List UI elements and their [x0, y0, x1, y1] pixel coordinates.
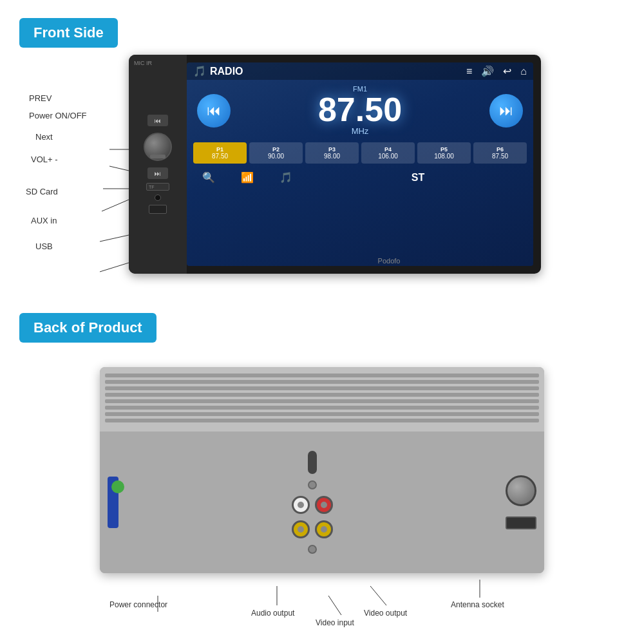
svg-line-1	[109, 166, 129, 171]
auxin-callout: AUX in	[31, 216, 57, 225]
prev-callout: PREV	[29, 93, 52, 103]
prev-button[interactable]: ⏮	[147, 115, 168, 126]
antenna-socket-callout: Antenna socket	[451, 600, 504, 609]
video-input-callout: Video input	[316, 618, 354, 627]
vents	[100, 367, 544, 431]
vent-3	[105, 386, 539, 390]
radio-icon: 🎵	[193, 65, 206, 77]
frequency-display: FM1 87.50 MHz	[241, 85, 479, 136]
bluetooth-icon[interactable]: 🎵	[279, 171, 292, 184]
video-output-callout: Video output	[364, 609, 407, 618]
audio-output-callout: Audio output	[251, 609, 294, 618]
rca-red-1	[315, 496, 333, 514]
screen-title: 🎵 RADIO	[193, 65, 243, 77]
rca-white-1	[292, 496, 310, 514]
next-track-button[interactable]: ⏭	[489, 94, 523, 128]
vent-8	[105, 419, 539, 422]
search-icon[interactable]: 🔍	[202, 171, 215, 184]
green-indicator	[111, 480, 124, 493]
screen-top-bar: 🎵 RADIO ≡ 🔊 ↩ ⌂	[187, 62, 533, 80]
equalizer-icon: ≡	[466, 66, 472, 77]
vent-1	[105, 374, 539, 377]
vent-6	[105, 406, 539, 410]
antenna-socket	[506, 475, 536, 506]
aux-jack[interactable]	[155, 194, 161, 201]
power-knob[interactable]	[144, 133, 172, 161]
power-connector-callout: Power connector	[109, 600, 167, 609]
vent-4	[105, 393, 539, 397]
preset-2[interactable]: P2 90.00	[249, 142, 303, 164]
wifi-icon[interactable]: 📶	[241, 171, 254, 184]
preset-3[interactable]: P3 98.00	[305, 142, 359, 164]
vent-2	[105, 380, 539, 384]
next-callout: Next	[35, 132, 53, 142]
middle-connectors	[129, 451, 495, 554]
screw-1	[308, 480, 317, 489]
vent-5	[105, 399, 539, 403]
vol-callout: VOL+ -	[31, 155, 58, 164]
back-bottom-panel	[100, 431, 544, 573]
left-control-panel: MIC IR ⏮ ⏭ TF	[129, 55, 187, 274]
svg-line-10	[370, 586, 386, 605]
mini-jack-connector	[308, 451, 317, 474]
st-label: ST	[318, 172, 518, 184]
next-button[interactable]: ⏭	[147, 167, 168, 179]
video-rca-row	[292, 520, 333, 538]
prev-track-button[interactable]: ⏮	[197, 94, 231, 128]
power-callout: Power ON/OFF	[29, 111, 87, 120]
back-icon: ↩	[503, 65, 511, 77]
rca-yellow-video-out	[315, 520, 333, 538]
usb-port[interactable]	[149, 205, 167, 214]
preset-5[interactable]: P5 108.00	[417, 142, 471, 164]
back-of-product-label: Back of Product	[19, 313, 156, 343]
preset-4[interactable]: P4 106.00	[361, 142, 415, 164]
vent-7	[105, 412, 539, 416]
callout-lines-front	[0, 52, 142, 283]
right-connectors	[506, 475, 536, 529]
presets-row: P1 87.50 P2 90.00 P3 98.00 P4 106.00 P5	[187, 142, 533, 164]
svg-line-5	[100, 263, 129, 272]
home-icon: ⌂	[520, 66, 527, 77]
svg-line-3	[102, 200, 129, 211]
brand-name: Podofo	[245, 257, 533, 265]
screen-icons: ≡ 🔊 ↩ ⌂	[466, 65, 527, 77]
svg-line-9	[328, 596, 341, 615]
frequency-number: 87.50	[241, 93, 479, 126]
bottom-bar: 🔍 📶 🎵 ST	[187, 167, 533, 187]
radio-label: RADIO	[210, 66, 243, 77]
sd-card-slot[interactable]: TF	[146, 183, 169, 191]
device-front: MIC IR ⏮ ⏭ TF 🎵 RADIO	[129, 55, 541, 274]
usb-back-port	[506, 516, 536, 529]
usb-callout: USB	[35, 242, 53, 251]
frequency-row: ⏮ FM1 87.50 MHz ⏭	[187, 80, 533, 141]
screen: 🎵 RADIO ≡ 🔊 ↩ ⌂ ⏮ FM1 87.50 MHz ⏭	[187, 62, 533, 266]
frequency-unit: MHz	[241, 126, 479, 136]
device-back	[100, 367, 544, 573]
mic-ir-label: MIC IR	[134, 60, 152, 66]
preset-6[interactable]: P6 87.50	[473, 142, 527, 164]
screw-2	[308, 545, 317, 554]
sdcard-callout: SD Card	[26, 187, 58, 196]
rca-yellow-video-in	[292, 520, 310, 538]
front-side-label: Front Side	[19, 18, 118, 48]
preset-1[interactable]: P1 87.50	[193, 142, 247, 164]
power-connector-section	[108, 477, 118, 528]
volume-icon: 🔊	[481, 65, 494, 77]
svg-line-4	[100, 235, 129, 242]
audio-output-rca-row	[292, 496, 333, 514]
